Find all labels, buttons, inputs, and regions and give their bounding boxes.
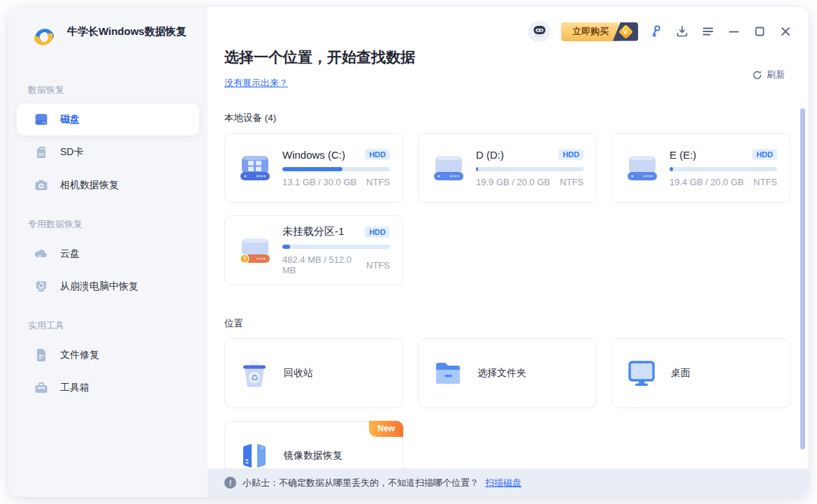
buy-now-label: 立即购买 [561, 22, 619, 41]
new-badge: New [369, 421, 403, 437]
hard-drive-icon [239, 153, 271, 182]
sd-card-icon: SD [34, 145, 49, 160]
sidebar-section-special-recovery: 专用数据恢复 [28, 218, 208, 231]
drive-card-grid: Windows (C:) HDD 13.1 GB / 30.0 GB NTFS [224, 133, 790, 285]
recycle-bin-icon: ♻ [239, 358, 270, 389]
sidebar-item-crashed-pc-recovery[interactable]: 从崩溃电脑中恢复 [17, 271, 199, 303]
drive-type-badge: HDD [365, 226, 390, 238]
robot-assistant-icon[interactable] [528, 21, 551, 42]
minimize-button[interactable] [726, 24, 742, 39]
drive-filesystem: NTFS [560, 177, 584, 187]
download-icon[interactable] [674, 24, 690, 39]
sidebar-item-label: SD卡 [60, 146, 83, 159]
crashed-pc-icon [34, 279, 49, 294]
menu-icon[interactable] [700, 24, 716, 39]
license-key-icon[interactable] [649, 24, 664, 39]
drive-filesystem: NTFS [753, 177, 777, 187]
titlebar-controls: 立即购买 V [528, 21, 793, 42]
drive-type-badge: HDD [365, 149, 390, 160]
main-content: 选择一个位置，开始查找数据 没有展示出来？ 本地设备 (4) [208, 7, 809, 468]
app-window: 牛学长Windows数据恢复 数据恢复 磁盘 [8, 7, 809, 497]
page-title: 选择一个位置，开始查找数据 [224, 48, 790, 67]
drive-card-unmounted-partition[interactable]: ? 未挂载分区-1 HDD 482.4 MB / 512.0 MB NTFS [224, 215, 403, 285]
capacity-bar [282, 245, 390, 249]
drive-name: 未挂载分区-1 [282, 225, 344, 238]
location-card-recycle-bin[interactable]: ♻ 回收站 [224, 338, 403, 408]
drive-name: E (E:) [670, 149, 696, 161]
location-label: 选择文件夹 [477, 367, 526, 380]
locations-label: 位置 [224, 317, 790, 330]
sidebar-item-label: 文件修复 [60, 349, 99, 361]
cloud-icon [34, 246, 49, 261]
folder-icon [433, 358, 463, 389]
drive-card-windows-c[interactable]: Windows (C:) HDD 13.1 GB / 30.0 GB NTFS [224, 133, 403, 203]
svg-text:SD: SD [38, 152, 45, 157]
sidebar-item-label: 云盘 [60, 247, 80, 260]
sidebar-item-label: 磁盘 [60, 113, 80, 126]
location-card-desktop[interactable]: 桌面 [612, 338, 790, 408]
maximize-button[interactable] [752, 24, 767, 39]
sidebar-item-cloud-drive[interactable]: 云盘 [17, 238, 199, 270]
drive-size: 482.4 MB / 512.0 MB [282, 254, 366, 275]
sidebar-item-toolbox[interactable]: 工具箱 [17, 372, 199, 404]
drive-size: 19.4 GB / 20.0 GB [670, 177, 744, 187]
capacity-bar [476, 167, 584, 171]
app-logo-row: 牛学长Windows数据恢复 [8, 7, 208, 52]
file-repair-icon [34, 347, 49, 363]
close-button[interactable] [778, 24, 793, 39]
drive-filesystem: NTFS [366, 260, 390, 271]
drive-size: 13.1 GB / 30.0 GB [282, 177, 356, 187]
desktop-icon [626, 358, 657, 389]
app-title: 牛学长Windows数据恢复 [67, 22, 187, 39]
app-logo-icon [29, 22, 59, 52]
location-card-mirror-recovery[interactable]: New 镜像数据恢复 [224, 421, 403, 468]
drive-type-badge: HDD [558, 149, 584, 160]
unmounted-drive-icon: ? [239, 236, 271, 265]
not-shown-link[interactable]: 没有展示出来？ [224, 77, 288, 89]
capacity-bar [282, 167, 390, 171]
hard-drive-icon [433, 153, 465, 182]
tip-bar: ! 小贴士：不确定数据从哪里丢失的，不知道扫描哪个位置？ 扫描磁盘 [208, 468, 809, 497]
drive-card-e[interactable]: E (E:) HDD 19.4 GB / 20.0 GB NTFS [612, 133, 790, 203]
sidebar-item-camera-recovery[interactable]: 相机数据恢复 [17, 169, 199, 201]
location-label: 镜像数据恢复 [284, 449, 342, 462]
drive-card-d[interactable]: D (D:) HDD 19.9 GB / 20.0 GB NTFS [418, 133, 597, 203]
main-panel: 立即购买 V [208, 7, 809, 497]
capacity-bar-fill [282, 167, 342, 171]
sidebar-item-label: 相机数据恢复 [60, 179, 119, 192]
drive-name: Windows (C:) [282, 149, 345, 161]
sidebar-item-disk[interactable]: 磁盘 [17, 103, 199, 136]
capacity-bar-fill [476, 167, 478, 171]
toolbox-icon [34, 380, 49, 396]
buy-now-button[interactable]: 立即购买 V [561, 22, 638, 41]
sidebar: 牛学长Windows数据恢复 数据恢复 磁盘 [8, 7, 208, 497]
drive-filesystem: NTFS [366, 177, 390, 187]
location-card-grid: ♻ 回收站 选择文件夹 [224, 338, 790, 468]
scrollbar[interactable] [800, 108, 805, 449]
camera-icon [34, 178, 49, 193]
sidebar-section-data-recovery: 数据恢复 [28, 84, 208, 96]
sidebar-item-file-repair[interactable]: 文件修复 [17, 339, 199, 371]
svg-text:?: ? [243, 255, 246, 262]
mirror-image-icon [239, 440, 270, 468]
sidebar-item-label: 工具箱 [60, 382, 89, 394]
sidebar-item-label: 从崩溃电脑中恢复 [60, 280, 138, 293]
drive-size: 19.9 GB / 20.0 GB [476, 177, 550, 187]
capacity-bar-fill [670, 167, 673, 171]
capacity-bar [670, 167, 777, 171]
location-label: 桌面 [671, 367, 691, 380]
info-icon: ! [224, 477, 236, 489]
tip-text: 小贴士：不确定数据从哪里丢失的，不知道扫描哪个位置？ [243, 477, 479, 489]
drive-type-badge: HDD [752, 149, 777, 160]
capacity-bar-fill [282, 245, 290, 249]
sidebar-item-sd-card[interactable]: SD SD卡 [17, 136, 199, 168]
sidebar-section-utilities: 实用工具 [28, 319, 208, 332]
hard-drive-icon [626, 153, 658, 182]
location-label: 回收站 [284, 367, 313, 380]
svg-text:♻: ♻ [250, 373, 259, 383]
location-card-select-folder[interactable]: 选择文件夹 [418, 338, 597, 408]
drive-name: D (D:) [476, 149, 504, 161]
scan-disk-link[interactable]: 扫描磁盘 [485, 477, 521, 489]
vip-diamond-icon: V [618, 24, 632, 38]
disk-icon [34, 112, 49, 127]
